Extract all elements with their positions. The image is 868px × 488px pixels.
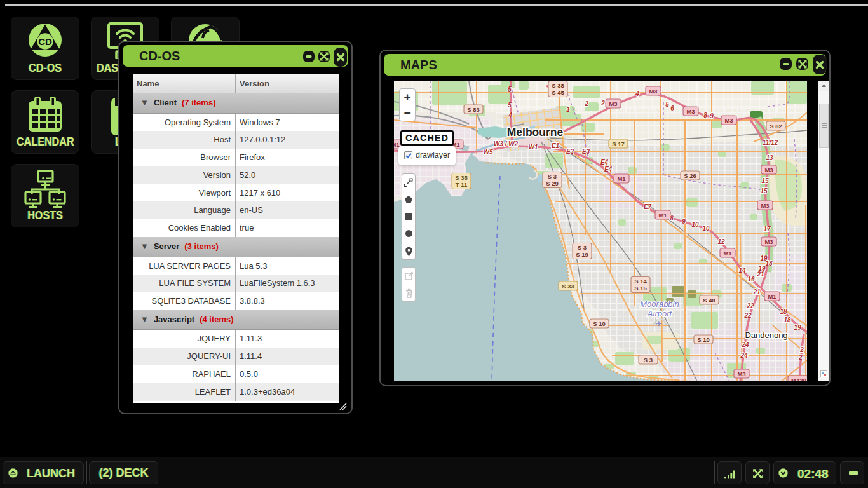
svg-text:S 29: S 29 [546,180,559,187]
svg-text:M3: M3 [764,166,773,173]
svg-text:T 11: T 11 [456,181,468,188]
svg-text:M3: M3 [686,108,695,115]
svg-text:22: 22 [743,312,752,319]
svg-text:18: 18 [780,308,787,315]
svg-text:M1: M1 [768,293,776,300]
svg-text:S 15: S 15 [634,285,647,292]
svg-text:13: 13 [766,154,773,161]
svg-text:W5: W5 [484,149,493,156]
svg-text:S 45: S 45 [552,89,564,96]
svg-text:E1: E1 [552,142,560,149]
svg-text:S 33: S 33 [562,283,574,290]
svg-text:1: 1 [566,106,570,113]
svg-text:8: 8 [670,215,674,222]
svg-text:S 35: S 35 [455,174,468,181]
svg-text:21: 21 [756,271,764,278]
svg-text:M420: M420 [791,377,806,382]
svg-text:24: 24 [741,341,749,348]
svg-text:S 19: S 19 [576,251,588,258]
svg-text:5: 5 [508,86,512,93]
svg-text:S 17: S 17 [612,140,625,147]
svg-text:4: 4 [508,112,512,119]
svg-text:10: 10 [691,221,699,228]
svg-text:2: 2 [799,346,804,353]
svg-text:S 26: S 26 [684,172,696,179]
svg-text:E3: E3 [566,148,574,155]
svg-text:M3: M3 [764,238,773,245]
svg-text:S 38: S 38 [552,82,564,89]
svg-text:CD: CD [38,36,52,47]
svg-text:S 83: S 83 [467,106,480,113]
svg-text:S 3: S 3 [548,173,557,180]
svg-text:15: 15 [760,187,768,194]
svg-text:15: 15 [761,177,769,184]
svg-text:6: 6 [670,105,674,112]
svg-text:22: 22 [746,302,754,309]
svg-text:M3: M3 [724,117,733,124]
svg-text:M1: M1 [617,175,626,182]
svg-text:✈: ✈ [656,319,663,329]
svg-text:M3: M3 [649,88,657,95]
svg-text:E4: E4 [600,159,609,166]
svg-text:12: 12 [717,238,725,245]
svg-text:18: 18 [765,260,773,267]
svg-text:S 10: S 10 [697,336,710,343]
svg-text:M1: M1 [723,250,732,257]
svg-text:5: 5 [508,102,512,109]
svg-text:Melbourne: Melbourne [507,126,564,139]
svg-text:W3 / W2: W3 / W2 [494,140,519,147]
svg-text:E4: E4 [604,166,613,173]
svg-text:M3: M3 [609,100,617,107]
svg-text:17: 17 [763,226,771,233]
svg-text:W1: W1 [529,144,538,151]
svg-text:5: 5 [665,101,669,108]
svg-text:9: 9 [710,112,714,119]
svg-text:S 62: S 62 [770,123,782,130]
svg-text:24: 24 [740,352,748,359]
svg-text:11/12: 11/12 [763,139,778,146]
svg-text:Dandenong: Dandenong [745,330,787,340]
svg-text:2: 2 [798,354,803,361]
svg-text:19: 19 [794,324,801,331]
svg-text:E7: E7 [644,203,652,210]
svg-text:10: 10 [702,225,710,232]
svg-text:21: 21 [752,288,761,295]
svg-text:18: 18 [783,316,791,323]
svg-text:M3: M3 [737,370,745,377]
svg-text:Moorabbin: Moorabbin [640,299,679,309]
svg-text:2: 2 [600,100,605,107]
svg-text:M1: M1 [658,212,667,219]
svg-text:S 14: S 14 [634,278,647,285]
svg-text:8: 8 [703,112,707,119]
svg-text:2: 2 [584,100,588,107]
svg-text:16: 16 [747,276,755,283]
svg-text:4: 4 [635,90,639,97]
svg-text:S 3: S 3 [578,244,587,251]
svg-text:Airport: Airport [647,309,673,318]
svg-text:14: 14 [738,267,746,274]
svg-text:S 10: S 10 [593,320,606,327]
svg-text:9: 9 [682,218,686,225]
svg-text:E3: E3 [582,148,590,155]
svg-text:S 3: S 3 [644,356,653,363]
svg-text:S 40: S 40 [703,297,715,304]
svg-text:M3: M3 [761,202,769,209]
